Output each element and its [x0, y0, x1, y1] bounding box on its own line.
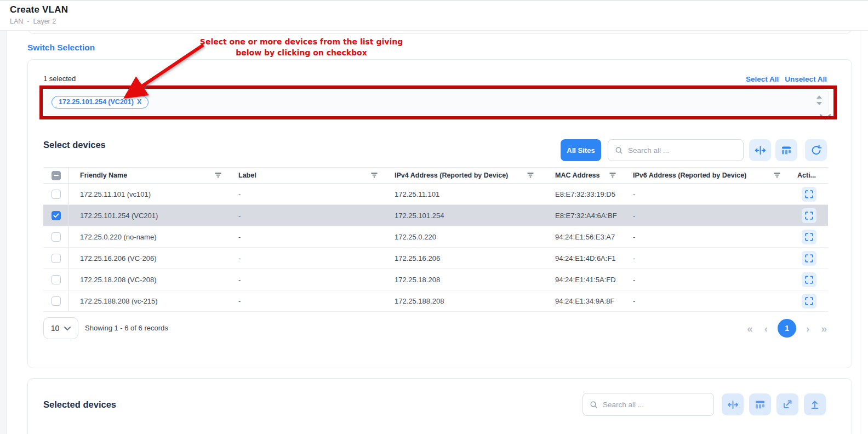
section-title-switch-selection: Switch Selection — [27, 43, 95, 53]
devices-table: Friendly Name Label IPv4 Address (Report… — [43, 167, 828, 312]
filter-icon[interactable] — [527, 171, 534, 180]
first-page-button[interactable]: « — [745, 323, 755, 334]
cell-ipv6: - — [625, 233, 790, 241]
columns-icon — [755, 399, 766, 410]
expand-icon — [805, 297, 813, 305]
chip-remove-icon[interactable]: X — [137, 98, 141, 106]
page-size-select[interactable]: 10 — [43, 317, 78, 339]
upload-button[interactable] — [804, 393, 826, 415]
column-header-ipv6: IPv6 Address (Reported by Device) — [633, 172, 746, 179]
expand-row-button[interactable] — [802, 208, 816, 223]
scroll-up-icon[interactable] — [816, 95, 822, 99]
cell-ipv4: 172.25.18.208 — [387, 276, 543, 284]
search-input[interactable] — [628, 146, 736, 155]
table-row[interactable]: 172.25.101.254 (VC201) - 172.25.101.254 … — [43, 205, 828, 226]
scroll-down-icon[interactable] — [816, 102, 822, 105]
expand-row-button[interactable] — [802, 272, 816, 287]
expand-row-button[interactable] — [802, 294, 816, 309]
cell-ipv4: 172.25.101.254 — [387, 212, 543, 220]
filter-icon[interactable] — [609, 171, 616, 180]
cell-mac: 94:24:E1:34:9A:8F — [543, 297, 625, 305]
cell-mac: 94:24:E1:56:E3:A7 — [543, 233, 625, 241]
fit-columns-icon — [727, 399, 739, 410]
table-row[interactable]: 172.25.18.208 (VC-208) - 172.25.18.208 9… — [43, 269, 828, 290]
table-row[interactable]: 172.25.11.101 (vc101) - 172.25.11.101 E8… — [43, 184, 828, 205]
row-checkbox[interactable] — [43, 290, 69, 311]
cell-label: - — [231, 233, 387, 241]
fit-columns-button[interactable] — [722, 393, 744, 415]
breadcrumb: LAN - Layer 2 — [10, 18, 868, 25]
column-header-label: Label — [238, 172, 256, 179]
chips-scroll-spinner[interactable] — [816, 95, 822, 105]
row-checkbox[interactable] — [43, 269, 69, 290]
filter-icon[interactable] — [773, 171, 781, 180]
row-checkbox[interactable] — [43, 248, 69, 269]
chevron-down-icon — [64, 327, 71, 330]
search-input[interactable] — [603, 401, 707, 409]
cell-friendly-name: 172.25.18.208 (VC-208) — [69, 276, 231, 284]
cell-mac: E8:E7:32:33:19:D5 — [543, 190, 625, 198]
filter-icon[interactable] — [370, 171, 378, 180]
open-external-button[interactable] — [776, 393, 798, 415]
cell-mac: E8:E7:32:A4:6A:BF — [543, 212, 625, 220]
devices-table-header: Friendly Name Label IPv4 Address (Report… — [43, 167, 828, 184]
page-title: Create VLAN — [10, 4, 868, 15]
prev-page-button[interactable]: ‹ — [763, 323, 769, 334]
chip-label: 172.25.101.254 (VC201) — [59, 98, 134, 106]
expand-row-button[interactable] — [802, 230, 816, 244]
cell-mac: 94:24:E1:41:5A:FD — [543, 276, 625, 284]
selected-device-chip[interactable]: 172.25.101.254 (VC201) X — [52, 96, 149, 108]
annotation-text: Select one or more devices from the list… — [181, 36, 422, 58]
cell-ipv4: 172.25.16.206 — [387, 254, 543, 262]
refresh-button[interactable] — [805, 139, 827, 161]
last-page-button[interactable]: » — [819, 323, 829, 334]
table-row[interactable]: 172.25.0.220 (no-name) - 172.25.0.220 94… — [43, 226, 828, 248]
search-box[interactable] — [583, 393, 714, 416]
current-page-button[interactable]: 1 — [778, 319, 796, 338]
select-all-checkbox[interactable] — [43, 168, 69, 183]
expand-row-button[interactable] — [802, 187, 816, 202]
table-row[interactable]: 172.25.16.206 (VC-206) - 172.25.16.206 9… — [43, 248, 828, 269]
columns-button[interactable] — [749, 393, 771, 415]
cell-ipv6: - — [625, 276, 790, 284]
unselect-all-link[interactable]: Unselect All — [785, 75, 827, 83]
next-page-button[interactable]: › — [804, 323, 811, 334]
all-sites-button[interactable]: All Sites — [561, 139, 601, 161]
fit-columns-button[interactable] — [749, 139, 771, 161]
pagination: « ‹ 1 › » — [745, 317, 829, 339]
search-icon — [615, 146, 623, 155]
right-rail — [860, 31, 860, 434]
open-external-icon — [782, 399, 793, 410]
breadcrumb-separator: - — [27, 18, 29, 25]
cell-friendly-name: 172.25.101.254 (VC201) — [69, 212, 231, 220]
cell-label: - — [231, 276, 387, 284]
chips-expand-chevron-icon[interactable] — [819, 113, 831, 123]
expand-icon — [805, 233, 813, 241]
page-size-value: 10 — [51, 324, 60, 333]
cell-label: - — [231, 212, 387, 220]
filter-icon[interactable] — [214, 171, 222, 180]
expand-icon — [805, 276, 813, 284]
cell-label: - — [231, 254, 387, 262]
selected-devices-card: Selected devices — [27, 378, 852, 434]
select-devices-title: Select devices — [43, 140, 106, 150]
column-header-mac: MAC Address — [555, 172, 600, 179]
cell-friendly-name: 172.25.16.206 (VC-206) — [69, 254, 231, 262]
search-box[interactable] — [608, 139, 744, 161]
expand-icon — [805, 190, 813, 198]
expand-icon — [805, 254, 813, 262]
expand-row-button[interactable] — [802, 251, 816, 266]
row-checkbox[interactable] — [43, 205, 69, 226]
cell-ipv6: - — [625, 212, 790, 220]
breadcrumb-item: LAN — [10, 18, 23, 25]
table-row[interactable]: 172.25.188.208 (vc-215) - 172.25.188.208… — [43, 290, 828, 312]
row-checkbox[interactable] — [43, 184, 69, 204]
select-all-link[interactable]: Select All — [746, 75, 779, 83]
row-checkbox[interactable] — [43, 226, 69, 247]
column-header-ipv4: IPv4 Address (Reported by Device) — [395, 172, 508, 179]
selected-count: 1 selected — [43, 75, 76, 83]
switch-selection-card: 1 selected Select All Unselect All 172.2… — [27, 59, 852, 368]
cell-label: - — [231, 297, 387, 305]
columns-button[interactable] — [775, 139, 797, 161]
breadcrumb-item: Layer 2 — [33, 18, 56, 25]
